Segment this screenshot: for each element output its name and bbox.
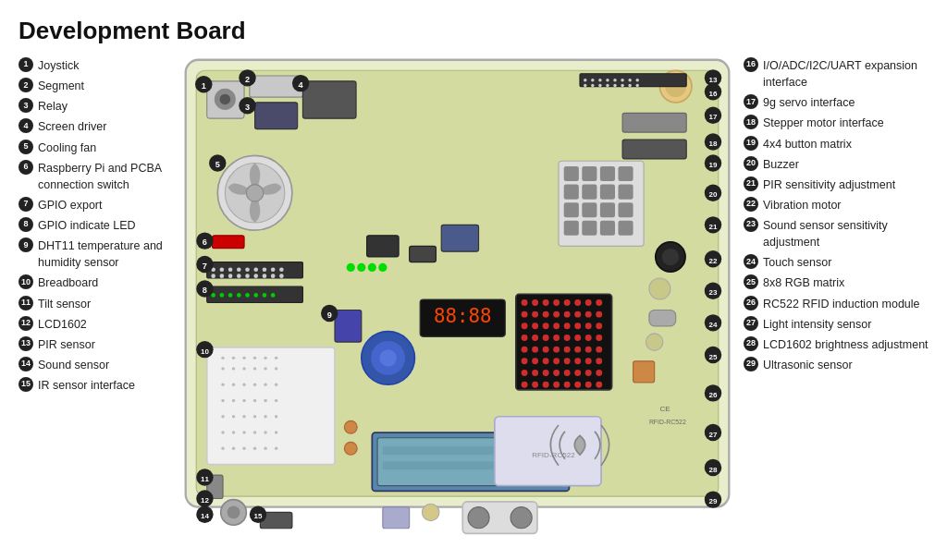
svg-point-219: [543, 347, 549, 353]
svg-point-200: [596, 311, 602, 318]
svg-point-192: [596, 299, 602, 306]
svg-rect-10: [255, 103, 298, 129]
svg-point-137: [613, 84, 616, 87]
svg-point-188: [553, 299, 560, 306]
svg-point-130: [621, 79, 623, 81]
list-item: 12LCD1602: [18, 315, 171, 334]
item-label: Stepper motor interface: [763, 115, 929, 131]
svg-point-246: [574, 382, 581, 388]
svg-point-98: [242, 447, 245, 450]
svg-point-65: [275, 357, 277, 359]
svg-point-89: [275, 415, 277, 418]
svg-point-205: [564, 323, 571, 329]
svg-point-29: [245, 267, 250, 272]
svg-point-53: [271, 293, 276, 298]
list-item: 20Buzzer: [744, 155, 929, 174]
item-label: Breadboard: [38, 274, 171, 291]
item-number: 12: [18, 316, 33, 331]
svg-rect-146: [622, 140, 686, 159]
svg-point-239: [585, 370, 592, 376]
svg-point-52: [263, 293, 267, 298]
svg-point-75: [253, 383, 256, 385]
svg-point-199: [585, 311, 592, 318]
svg-point-233: [522, 370, 528, 376]
list-item: 22Vibration motor: [744, 196, 929, 214]
svg-point-66: [221, 367, 224, 370]
svg-point-101: [275, 447, 277, 450]
svg-text:1: 1: [202, 81, 206, 91]
list-item: 27Light intensity sensor: [744, 315, 929, 334]
item-number: 22: [744, 197, 758, 212]
item-label: Cooling fan: [38, 140, 171, 156]
svg-point-72: [221, 383, 224, 385]
svg-point-273: [368, 263, 376, 272]
item-number: 7: [18, 197, 33, 212]
page-container: Development Board 1Joystick2Segment3Rela…: [0, 0, 947, 560]
item-label: Touch sensor: [763, 254, 929, 271]
svg-rect-162: [564, 221, 579, 236]
svg-point-198: [574, 311, 581, 318]
svg-point-206: [574, 323, 581, 329]
svg-point-69: [253, 367, 256, 370]
item-label: Light intensity sensor: [763, 316, 929, 333]
svg-text:7: 7: [203, 262, 207, 271]
item-label: 8x8 RGB matrix: [763, 274, 929, 291]
svg-point-279: [344, 442, 357, 455]
svg-rect-175: [649, 310, 676, 326]
svg-text:CE: CE: [659, 405, 670, 413]
svg-text:21: 21: [709, 223, 718, 231]
svg-point-172: [649, 278, 670, 299]
svg-point-82: [264, 399, 266, 402]
item-label: IR sensor interface: [38, 377, 171, 394]
svg-point-83: [275, 399, 277, 402]
svg-text:3: 3: [245, 103, 250, 112]
svg-point-134: [591, 84, 594, 87]
list-item: 8GPIO indicate LED: [18, 216, 171, 235]
svg-point-80: [242, 399, 245, 402]
svg-text:16: 16: [709, 90, 718, 98]
svg-point-4: [220, 94, 231, 105]
svg-point-40: [263, 274, 267, 278]
svg-point-35: [220, 274, 225, 278]
svg-point-263: [510, 507, 532, 529]
svg-point-213: [564, 335, 571, 341]
svg-point-178: [646, 334, 662, 350]
svg-point-225: [522, 358, 528, 364]
svg-point-140: [635, 84, 638, 87]
item-number: 18: [744, 115, 758, 129]
svg-rect-165: [618, 221, 633, 236]
list-item: 16I/O/ADC/I2C/UART expansion interface: [744, 56, 929, 91]
svg-point-191: [585, 299, 592, 306]
list-item: 21PIR sensitivity adjustment: [744, 176, 929, 194]
item-number: 9: [18, 237, 33, 252]
svg-text:19: 19: [709, 161, 718, 169]
svg-point-79: [232, 399, 235, 402]
svg-point-202: [532, 323, 538, 329]
item-number: 25: [744, 274, 758, 289]
svg-point-238: [574, 370, 581, 376]
svg-point-235: [543, 370, 549, 376]
svg-point-209: [522, 335, 528, 341]
svg-text:20: 20: [709, 190, 718, 199]
svg-point-71: [275, 367, 277, 370]
item-label: Joystick: [38, 57, 171, 74]
svg-point-245: [564, 382, 571, 388]
svg-point-64: [264, 357, 266, 359]
list-item: 18Stepper motor interface: [744, 114, 929, 132]
svg-point-84: [221, 415, 224, 418]
svg-point-216: [596, 335, 602, 341]
svg-point-47: [220, 293, 225, 298]
svg-rect-159: [582, 202, 596, 217]
svg-rect-124: [580, 74, 686, 87]
svg-point-60: [221, 357, 224, 359]
list-item: 1Joystick: [18, 56, 171, 75]
svg-rect-268: [367, 236, 400, 257]
svg-text:RFID-RC522: RFID-RC522: [649, 419, 686, 425]
svg-point-93: [253, 431, 256, 433]
item-number: 24: [744, 254, 758, 269]
svg-rect-181: [633, 361, 655, 383]
svg-rect-164: [600, 221, 615, 236]
item-label: Screen driver: [38, 118, 171, 135]
svg-point-81: [253, 399, 256, 402]
list-item: 3Relay: [18, 97, 171, 116]
